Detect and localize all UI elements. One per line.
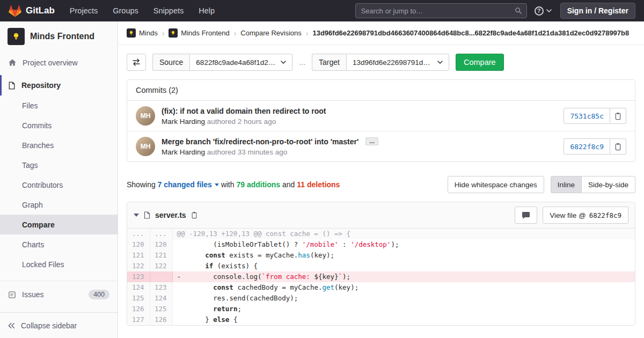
old-line-number[interactable]: 120 bbox=[127, 239, 150, 250]
sidebar-item-project-overview[interactable]: Project overview bbox=[0, 53, 118, 73]
file-name[interactable]: server.ts bbox=[155, 211, 186, 219]
breadcrumb-page[interactable]: Compare Revisions bbox=[240, 29, 301, 37]
old-line-number[interactable]: 125 bbox=[127, 293, 150, 304]
copy-sha-button[interactable] bbox=[610, 138, 626, 155]
diff-view-toggle: Inline Side-by-side bbox=[551, 176, 635, 193]
old-line-number[interactable]: 127 bbox=[127, 314, 150, 325]
diff-line: 126 125 return; bbox=[127, 304, 635, 314]
chevron-down-icon bbox=[281, 61, 286, 64]
file-icon bbox=[144, 211, 150, 219]
commit-author-link[interactable]: Mark Harding bbox=[162, 117, 205, 126]
swap-icon bbox=[132, 58, 141, 66]
source-dropdown[interactable]: 6822f8c9ade4a68f1d21… bbox=[189, 54, 292, 71]
project-header[interactable]: Minds Frontend bbox=[0, 21, 118, 53]
showing-label: Showing bbox=[127, 180, 158, 189]
new-line-number[interactable]: 123 bbox=[150, 282, 172, 293]
breadcrumb-separator: › bbox=[162, 29, 165, 38]
diff-line: 121 121 const exists = myCache.has(key); bbox=[127, 250, 635, 261]
changed-files-dropdown[interactable]: 7 changed files bbox=[158, 180, 219, 189]
commit-title-link[interactable]: Merge branch 'fix/redirect-non-pro-to-ro… bbox=[162, 137, 358, 146]
breadcrumb-group[interactable]: Minds bbox=[127, 28, 158, 38]
sidebar-section-repository[interactable]: Repository bbox=[0, 75, 118, 95]
issues-section: Issues 400 bbox=[0, 281, 118, 305]
and-label: and bbox=[280, 180, 297, 189]
help-dropdown[interactable]: ? bbox=[535, 6, 552, 16]
search-input[interactable] bbox=[355, 3, 527, 18]
diff-line: 122 122 if (exists) { bbox=[127, 261, 635, 271]
breadcrumb-current-range: 13d96fd6e22698791dbd4663607400864d648bc8… bbox=[312, 29, 629, 37]
new-line-number[interactable]: 121 bbox=[150, 250, 172, 261]
new-line-number[interactable] bbox=[150, 271, 172, 282]
new-line-number[interactable]: 125 bbox=[150, 304, 172, 314]
sidebar-item-files[interactable]: Files bbox=[0, 95, 118, 115]
sidebar-item-tags[interactable]: Tags bbox=[0, 155, 118, 175]
sidebar-item-branches[interactable]: Branches bbox=[0, 135, 118, 155]
toggle-comments-button[interactable] bbox=[515, 207, 537, 224]
deletions-count: 11 deletions bbox=[297, 180, 340, 189]
sidebar-item-charts[interactable]: Charts bbox=[0, 234, 118, 254]
copy-sha-button[interactable] bbox=[610, 108, 626, 124]
target-dropdown[interactable]: 13d96fd6e22698791dbd… bbox=[346, 54, 449, 71]
additions-count: 79 additions bbox=[236, 180, 280, 189]
old-line-number[interactable]: 124 bbox=[127, 282, 150, 293]
target-group: Target 13d96fd6e22698791dbd… bbox=[312, 54, 449, 71]
expand-commit-description-button[interactable]: ... bbox=[365, 137, 378, 145]
breadcrumb-project[interactable]: Minds Frontend bbox=[169, 28, 229, 38]
commit-sha[interactable]: 6822f8c9 bbox=[564, 138, 610, 155]
repository-subnav: Files Commits Branches Tags Contributors… bbox=[0, 95, 118, 274]
hide-whitespace-button[interactable]: Hide whitespace changes bbox=[448, 176, 544, 193]
commits-panel: Commits (2) MH (fix): if not a valid dom… bbox=[127, 79, 635, 162]
breadcrumb-separator: › bbox=[234, 29, 237, 38]
home-icon bbox=[8, 58, 17, 67]
old-line-number[interactable]: 123 bbox=[127, 271, 150, 282]
commit-sha-group: 7531c85c bbox=[564, 108, 626, 124]
commit-sha[interactable]: 7531c85c bbox=[564, 108, 610, 124]
avatar: MH bbox=[136, 106, 155, 126]
navbar-links: Projects Groups Snippets Help bbox=[70, 6, 215, 15]
side-by-side-view-button[interactable]: Side-by-side bbox=[582, 176, 635, 193]
project-crumb-avatar bbox=[169, 28, 178, 38]
sidebar-item-contributors[interactable]: Contributors bbox=[0, 175, 118, 195]
hunk-header: @@ -120,13 +120,13 @@ const cache = () =… bbox=[172, 229, 635, 239]
swap-revisions-button[interactable] bbox=[127, 54, 146, 71]
old-line-number[interactable]: 122 bbox=[127, 261, 150, 271]
diff-line: 120 120 (isMobileOrTablet() ? '/mobile' … bbox=[127, 239, 635, 250]
nav-link-projects[interactable]: Projects bbox=[70, 6, 98, 15]
compare-button[interactable]: Compare bbox=[456, 54, 504, 71]
nav-link-snippets[interactable]: Snippets bbox=[153, 6, 184, 15]
old-line-number[interactable]: 126 bbox=[127, 304, 150, 314]
new-line-number[interactable]: 122 bbox=[150, 261, 172, 271]
sidebar-item-graph[interactable]: Graph bbox=[0, 195, 118, 215]
view-file-button[interactable]: View file @ 6822f8c9 bbox=[543, 207, 628, 224]
sidebar-item-commits[interactable]: Commits bbox=[0, 115, 118, 135]
copy-file-path-button[interactable] bbox=[191, 211, 197, 219]
avatar: MH bbox=[136, 137, 155, 156]
commit-author-link[interactable]: Mark Harding bbox=[162, 148, 205, 156]
range-ellipsis: ... bbox=[299, 58, 305, 67]
new-line-number: ... bbox=[150, 229, 172, 239]
code-line: const exists = myCache.has(key); bbox=[172, 250, 635, 261]
search-icon bbox=[515, 7, 522, 14]
deletion-marker: - bbox=[177, 273, 181, 281]
nav-link-groups[interactable]: Groups bbox=[113, 6, 138, 15]
collapse-sidebar-button[interactable]: Collapse sidebar bbox=[0, 312, 118, 338]
commits-panel-title: Commits (2) bbox=[127, 80, 635, 101]
inline-view-button[interactable]: Inline bbox=[551, 176, 582, 193]
sidebar-item-locked-files[interactable]: Locked Files bbox=[0, 254, 118, 274]
sidebar-item-compare[interactable]: Compare bbox=[0, 215, 118, 234]
sign-in-button[interactable]: Sign in / Register bbox=[560, 3, 635, 19]
nav-link-help[interactable]: Help bbox=[199, 6, 215, 15]
commit-authored-time: authored 33 minutes ago bbox=[207, 148, 287, 156]
gitlab-logo[interactable]: GitLab bbox=[9, 5, 55, 17]
new-line-number[interactable]: 124 bbox=[150, 293, 172, 304]
commit-authored-time: authored 2 hours ago bbox=[207, 117, 276, 126]
clipboard-icon bbox=[614, 112, 621, 120]
repository-icon bbox=[8, 82, 16, 90]
new-line-number[interactable]: 126 bbox=[150, 314, 172, 325]
commit-title-link[interactable]: (fix): if not a valid domain then redire… bbox=[162, 107, 326, 115]
collapse-file-caret-icon[interactable] bbox=[134, 214, 139, 217]
new-line-number[interactable]: 120 bbox=[150, 239, 172, 250]
old-line-number[interactable]: 121 bbox=[127, 250, 150, 261]
sidebar-item-issues[interactable]: Issues 400 bbox=[0, 284, 118, 305]
top-navbar: GitLab Projects Groups Snippets Help ? S… bbox=[0, 0, 644, 21]
